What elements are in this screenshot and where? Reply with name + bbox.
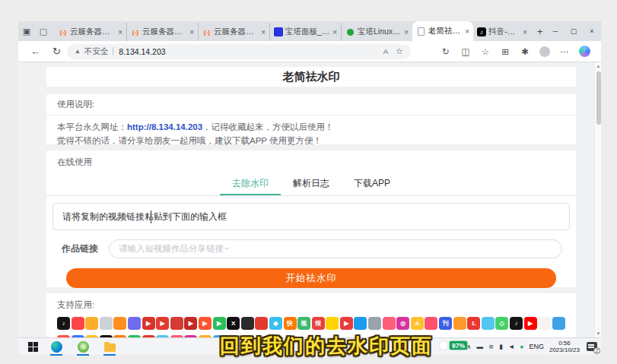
pipixia-icon[interactable] <box>85 317 98 330</box>
haokan-video-icon[interactable]: ▶ <box>142 317 155 330</box>
minimize-button[interactable]: ─ <box>546 21 565 41</box>
miaopai-icon[interactable] <box>170 317 183 330</box>
oasis-icon[interactable]: ◇ <box>495 317 508 330</box>
weibo-story-icon[interactable] <box>453 317 466 330</box>
tab-close-icon[interactable]: × <box>189 28 194 36</box>
favorite-star-icon[interactable]: ☆ <box>396 46 403 56</box>
platform-url-link[interactable]: http://8.134.14.203 <box>127 122 202 131</box>
kge-icon[interactable] <box>383 317 396 330</box>
yizhibo-icon[interactable]: 1. <box>467 317 480 330</box>
tab-close-icon[interactable]: × <box>261 28 266 36</box>
browser-tab[interactable]: 宝塔Linux面板× <box>341 23 412 41</box>
tray-time: 0:56 <box>549 340 580 347</box>
notification-center-icon[interactable]: 2 <box>587 342 597 351</box>
scrollbar-thumb[interactable] <box>596 71 601 125</box>
chart-app-icon[interactable] <box>368 317 381 330</box>
favorites-icon[interactable]: ☆ <box>475 46 495 57</box>
xigua-video-icon[interactable]: ▶ <box>156 317 169 330</box>
music-note-icon[interactable]: ♪ <box>510 317 523 330</box>
browser-tab[interactable]: {-}云服务器管理× <box>198 23 269 41</box>
kandian-icon[interactable]: 刊 <box>439 317 452 330</box>
address-bar[interactable]: ▲ 不安全 8.134.14.203 A ☆ <box>67 44 411 59</box>
reload-icon[interactable]: ↻ <box>52 46 61 57</box>
extensions-icon[interactable]: ✱ <box>515 46 535 57</box>
baota-favicon <box>347 29 354 36</box>
huoshan-lite-icon[interactable]: ◆ <box>269 317 282 330</box>
line1-suffix: ，记得收藏起来，方便以后使用！ <box>202 122 334 131</box>
zuiyou-icon[interactable] <box>128 317 141 330</box>
camera-app-icon[interactable] <box>241 317 254 330</box>
page-scrollbar[interactable]: ▲ ▼ <box>594 62 601 337</box>
kuaishou-icon[interactable]: 快 <box>284 317 297 330</box>
start-button[interactable] <box>23 338 43 356</box>
qq-icon[interactable] <box>552 317 565 330</box>
new-tab-button[interactable]: + <box>537 26 543 37</box>
start-remove-watermark-button[interactable]: 开始祛水印 <box>66 268 556 288</box>
scroll-up-icon[interactable]: ▲ <box>595 64 601 68</box>
duitang-icon[interactable] <box>326 317 339 330</box>
copilot-icon[interactable] <box>579 46 590 57</box>
tab-close-icon[interactable]: × <box>523 28 527 36</box>
usb-icon[interactable]: ▮ <box>499 343 503 350</box>
taskbar-explorer-button[interactable] <box>100 338 119 356</box>
clock[interactable]: 0:562023/10/23 <box>549 340 580 353</box>
collections-icon[interactable]: ⊞ <box>495 46 515 57</box>
input-placeholder: 请输入短视频作品分享链接~ <box>119 243 229 255</box>
tray-date: 2023/10/23 <box>549 347 580 353</box>
twitter-icon[interactable] <box>354 317 367 330</box>
language-indicator[interactable]: ENG <box>529 343 544 350</box>
maximize-button[interactable]: ▢ <box>565 21 583 41</box>
bilibili-icon[interactable] <box>482 317 495 330</box>
paste-tip-box[interactable]: 请将复制的视频链接粘贴到下面的输入框 <box>52 203 570 230</box>
shipinhao-icon[interactable]: 视 <box>297 317 310 330</box>
weibo-video-icon[interactable] <box>255 317 268 330</box>
split-screen-icon[interactable]: ◫ <box>456 46 475 57</box>
video-link-input[interactable]: 请输入短视频作品分享链接~ <box>109 239 562 258</box>
browser-tab[interactable]: 宝塔面板_百度× <box>269 23 341 41</box>
close-button[interactable]: × <box>583 21 601 41</box>
taskbar-edge-button[interactable] <box>46 338 66 356</box>
browser-tab[interactable]: ♪抖音-记录美好生活× <box>473 23 531 41</box>
browser-tab[interactable]: 老简祛水印-× <box>412 21 473 41</box>
instructions-header: 使用说明: <box>57 99 565 110</box>
tab-close-icon[interactable]: × <box>118 28 122 36</box>
tab-close-icon[interactable]: × <box>332 28 337 36</box>
meipai-icon[interactable] <box>425 317 437 330</box>
browser-tab[interactable]: {-}云服务器管理× <box>126 23 198 41</box>
bobo-video-icon[interactable]: ▶ <box>340 317 353 330</box>
weishi-icon[interactable] <box>113 317 126 330</box>
volume-icon[interactable]: ◄ <box>508 343 514 350</box>
aliyun-favicon: {-} <box>202 27 211 36</box>
profile-avatar[interactable] <box>539 46 550 57</box>
youtube-icon[interactable]: ▶ <box>524 317 537 330</box>
huoshan-icon[interactable] <box>72 317 84 330</box>
remote-device-icon[interactable]: ▬ <box>477 343 484 350</box>
tab-去除水印[interactable]: 去除水印 <box>220 173 281 195</box>
changba-icon[interactable] <box>100 317 113 330</box>
tab-title: 老简祛水印- <box>428 26 463 36</box>
more-menu-icon[interactable]: ⋯ <box>555 46 574 57</box>
browser-tab[interactable]: {-}云服务器管理× <box>55 23 126 41</box>
tab-close-icon[interactable]: × <box>404 28 409 36</box>
acfun-icon[interactable]: A <box>411 317 424 330</box>
instagram-icon[interactable]: ◎ <box>396 317 409 330</box>
jianying-icon[interactable]: X <box>227 317 240 330</box>
tab-下载APP[interactable]: 下载APP <box>342 173 402 195</box>
back-icon[interactable]: ← <box>30 46 40 57</box>
status-icon[interactable]: ● <box>520 343 523 350</box>
kuaibao-icon[interactable]: 报 <box>312 317 325 330</box>
read-aloud-icon[interactable]: A <box>383 47 388 55</box>
scroll-down-icon[interactable]: ▼ <box>595 331 601 336</box>
momo-icon[interactable]: ▶ <box>184 317 197 330</box>
douyin-icon[interactable]: ♪ <box>57 317 70 330</box>
network-icon[interactable]: ≋ <box>488 343 494 350</box>
panda-app-icon[interactable] <box>538 317 551 330</box>
kuaishou-jisu-icon[interactable]: ▶ <box>199 317 211 330</box>
workspaces-icon[interactable]: ▣ <box>18 27 35 36</box>
taskbar-remote-app-button[interactable] <box>73 338 93 356</box>
tab-解析日志[interactable]: 解析日志 <box>281 173 342 195</box>
tab-actions-icon[interactable]: ▢ <box>35 27 52 36</box>
browser-essentials-icon[interactable]: ↻ <box>436 46 456 57</box>
tab-close-icon[interactable]: × <box>465 27 469 36</box>
lvzhou-play-icon[interactable]: ▶ <box>213 317 226 330</box>
